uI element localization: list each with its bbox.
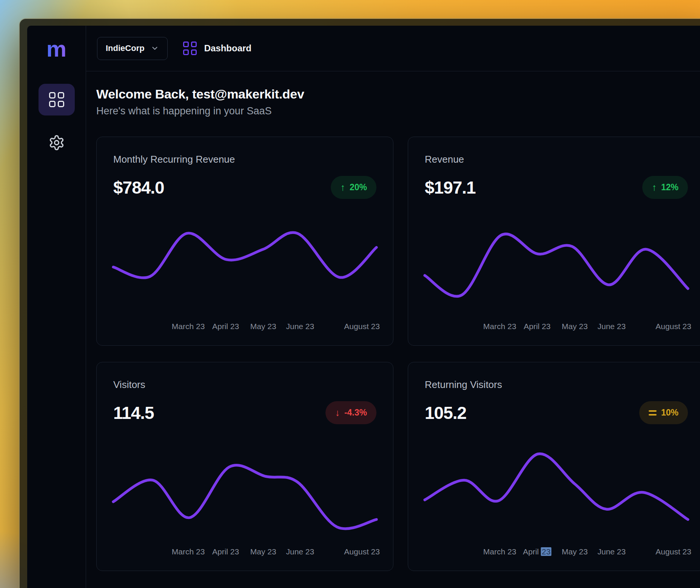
dashboard-grid-icon	[183, 42, 197, 55]
chart-line	[113, 465, 376, 529]
line-chart-svg	[425, 448, 688, 542]
app-logo[interactable]: m	[46, 35, 66, 63]
app-window: m IndieCorp	[20, 19, 700, 588]
top-header: IndieCorp Dashboard	[86, 26, 700, 71]
line-chart	[113, 448, 376, 542]
trend-change-value: 10%	[661, 408, 678, 418]
metric-value: $197.1	[425, 177, 476, 198]
x-axis-label: August 23	[344, 547, 380, 556]
x-axis-label: June 23	[597, 547, 626, 556]
x-axis-label: June 23	[597, 322, 626, 331]
x-axis-label: May 23	[562, 547, 588, 556]
metric-value: $784.0	[113, 177, 164, 198]
line-chart	[113, 223, 376, 317]
x-axis-label: March 23	[483, 322, 517, 331]
trend-badge: ↑ 12%	[642, 176, 688, 199]
trend-arrow-icon: ↑	[340, 183, 345, 192]
x-axis-label: April 23	[212, 547, 239, 556]
x-axis-label: May 23	[250, 322, 276, 331]
x-axis-label: June 23	[286, 547, 314, 556]
welcome-subtitle: Here's what is happening in your SaaS	[96, 105, 700, 117]
dashboard-grid-icon	[49, 92, 64, 107]
x-axis-label: March 23	[483, 547, 517, 556]
x-axis-label: April 23	[212, 322, 239, 331]
x-axis-label: May 23	[562, 322, 588, 331]
metric-card-visitors: Visitors 114.5 ↓ -4.3% March	[96, 362, 393, 571]
chevron-down-icon	[151, 44, 159, 52]
x-axis-label: April 23	[524, 322, 550, 331]
x-axis: March 23April 23May 23June 23August 23	[113, 547, 376, 559]
chart-line	[425, 234, 688, 296]
trend-arrow-icon: ↑	[652, 183, 657, 192]
trend-flat-icon	[649, 410, 657, 416]
metric-title: Revenue	[425, 154, 688, 165]
x-axis-label: August 23	[344, 322, 380, 331]
trend-change-value: -4.3%	[344, 408, 367, 418]
line-chart	[425, 223, 688, 317]
dashboard-content: Welcome Back, test@makerkit.dev Here's w…	[86, 71, 700, 586]
selected-text-highlight: 23	[541, 547, 551, 556]
metric-card-returning-visitors: Returning Visitors 105.2 10%	[408, 362, 700, 571]
x-axis: March 23April 23May 23June 23August 23	[425, 547, 688, 559]
x-axis-label: March 23	[172, 547, 205, 556]
trend-badge: ↑ 20%	[331, 176, 376, 199]
trend-badge: 10%	[639, 401, 688, 424]
breadcrumb: Dashboard	[183, 42, 251, 55]
x-axis-label: June 23	[286, 322, 314, 331]
metric-title: Returning Visitors	[425, 379, 688, 391]
metric-title: Visitors	[113, 379, 376, 391]
trend-change-value: 12%	[661, 182, 678, 192]
line-chart	[425, 448, 688, 542]
sidebar-item-settings[interactable]	[39, 127, 75, 159]
x-axis-label: August 23	[655, 322, 691, 331]
team-selector-button[interactable]: IndieCorp	[97, 37, 168, 60]
line-chart-svg	[113, 223, 376, 317]
page-title: Dashboard	[204, 43, 251, 54]
x-axis: March 23April 23May 23June 23August 23	[425, 322, 688, 333]
x-axis-label: August 23	[655, 547, 691, 556]
sidebar: m	[27, 26, 86, 588]
metric-value: 114.5	[113, 403, 154, 423]
x-axis-label: March 23	[172, 322, 205, 331]
line-chart-svg	[425, 223, 688, 317]
chart-line	[425, 454, 688, 519]
sidebar-item-dashboard[interactable]	[39, 84, 75, 115]
main-area: IndieCorp Dashboard Welcome Back, test@m…	[86, 26, 700, 588]
metric-title: Monthly Recurring Revenue	[113, 154, 376, 165]
trend-arrow-icon: ↓	[335, 408, 340, 417]
trend-badge: ↓ -4.3%	[325, 401, 376, 424]
metric-value: 105.2	[425, 403, 466, 423]
x-axis: March 23April 23May 23June 23August 23	[113, 322, 376, 333]
trend-change-value: 20%	[350, 182, 367, 192]
chart-line	[113, 232, 376, 278]
team-selector-label: IndieCorp	[106, 43, 145, 53]
metric-cards-grid: Monthly Recurring Revenue $784.0 ↑ 20%	[96, 137, 700, 586]
metric-card-revenue: Revenue $197.1 ↑ 12% March 2	[408, 137, 700, 346]
app-window-content: m IndieCorp	[27, 26, 700, 588]
gear-icon	[48, 134, 65, 151]
desktop-wallpaper: { "sidebar": { "logo_text": "m" }, "head…	[0, 0, 700, 588]
metric-card-mrr: Monthly Recurring Revenue $784.0 ↑ 20%	[96, 137, 393, 346]
line-chart-svg	[113, 448, 376, 542]
x-axis-label: April 23	[523, 547, 551, 556]
welcome-heading: Welcome Back, test@makerkit.dev	[96, 87, 700, 102]
x-axis-label: May 23	[250, 547, 276, 556]
